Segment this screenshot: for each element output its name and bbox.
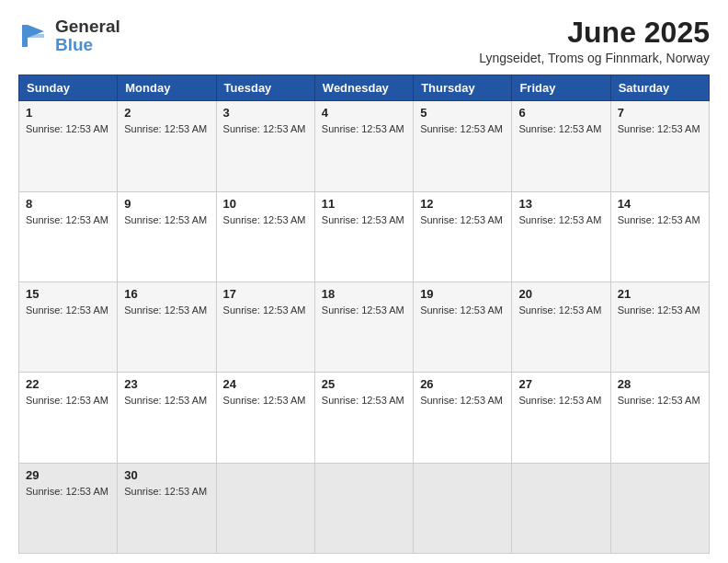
calendar-cell: 23Sunrise: 12:53 AM: [118, 373, 216, 463]
day-number: 19: [420, 287, 505, 301]
calendar-cell: [512, 463, 610, 553]
day-number: 2: [124, 106, 209, 120]
calendar-cell: 10Sunrise: 12:53 AM: [216, 191, 314, 282]
sunrise-time: Sunrise: 12:53 AM: [518, 123, 601, 134]
calendar-cell: 27Sunrise: 12:53 AM: [512, 373, 610, 463]
day-number: 15: [26, 287, 110, 301]
sunrise-time: Sunrise: 12:53 AM: [124, 214, 207, 225]
calendar-cell: 25Sunrise: 12:53 AM: [314, 373, 413, 463]
day-number: 22: [26, 377, 110, 391]
logo-line2: Blue: [55, 35, 120, 55]
calendar-header-row: Sunday Monday Tuesday Wednesday Thursday…: [19, 75, 710, 101]
calendar-cell: 16Sunrise: 12:53 AM: [118, 282, 216, 372]
sunrise-time: Sunrise: 12:53 AM: [420, 304, 503, 316]
title-block: June 2025 Lyngseidet, Troms og Finnmark,…: [479, 17, 710, 65]
sunrise-time: Sunrise: 12:53 AM: [518, 304, 601, 316]
day-number: 4: [322, 106, 406, 120]
sunrise-time: Sunrise: 12:53 AM: [26, 395, 108, 406]
day-number: 30: [124, 468, 209, 482]
location: Lyngseidet, Troms og Finnmark, Norway: [479, 51, 710, 65]
col-thursday: Thursday: [414, 75, 512, 101]
sunrise-time: Sunrise: 12:53 AM: [124, 395, 207, 406]
sunrise-time: Sunrise: 12:53 AM: [322, 123, 404, 134]
sunrise-time: Sunrise: 12:53 AM: [618, 214, 700, 225]
calendar-week-4: 22Sunrise: 12:53 AM23Sunrise: 12:53 AM24…: [19, 373, 710, 463]
sunrise-time: Sunrise: 12:53 AM: [124, 123, 207, 134]
calendar-cell: 21Sunrise: 12:53 AM: [610, 282, 709, 372]
sunrise-time: Sunrise: 12:53 AM: [124, 304, 207, 316]
calendar-cell: 9Sunrise: 12:53 AM: [118, 191, 216, 282]
sunrise-time: Sunrise: 12:53 AM: [420, 395, 503, 406]
day-number: 14: [618, 197, 702, 211]
day-number: 13: [518, 197, 603, 211]
sunrise-time: Sunrise: 12:53 AM: [618, 304, 700, 316]
day-number: 10: [223, 197, 308, 211]
day-number: 27: [518, 377, 603, 391]
svg-rect-0: [22, 25, 28, 47]
calendar-week-5: 29Sunrise: 12:53 AM30Sunrise: 12:53 AM: [19, 463, 710, 553]
day-number: 20: [518, 287, 603, 301]
day-number: 5: [420, 106, 505, 120]
calendar-cell: [610, 463, 709, 553]
col-saturday: Saturday: [610, 75, 709, 101]
calendar-cell: 19Sunrise: 12:53 AM: [414, 282, 512, 372]
calendar-cell: [414, 463, 512, 553]
calendar-cell: 17Sunrise: 12:53 AM: [216, 282, 314, 372]
calendar-cell: 13Sunrise: 12:53 AM: [512, 191, 610, 282]
day-number: 9: [124, 197, 209, 211]
calendar-cell: 11Sunrise: 12:53 AM: [314, 191, 413, 282]
header: General Blue June 2025 Lyngseidet, Troms…: [18, 17, 710, 65]
sunrise-time: Sunrise: 12:53 AM: [322, 214, 404, 225]
calendar-cell: 4Sunrise: 12:53 AM: [314, 101, 413, 191]
day-number: 8: [26, 197, 110, 211]
calendar-cell: 5Sunrise: 12:53 AM: [414, 101, 512, 191]
sunrise-time: Sunrise: 12:53 AM: [26, 304, 108, 316]
sunrise-time: Sunrise: 12:53 AM: [223, 214, 306, 225]
calendar-cell: 3Sunrise: 12:53 AM: [216, 101, 314, 191]
day-number: 28: [618, 377, 702, 391]
sunrise-time: Sunrise: 12:53 AM: [420, 123, 503, 134]
day-number: 3: [223, 106, 308, 120]
calendar-cell: 22Sunrise: 12:53 AM: [19, 373, 118, 463]
page: General Blue June 2025 Lyngseidet, Troms…: [0, 0, 728, 563]
svg-marker-2: [28, 34, 44, 38]
calendar-cell: [314, 463, 413, 553]
logo-icon: [18, 19, 51, 52]
calendar-cell: 20Sunrise: 12:53 AM: [512, 282, 610, 372]
day-number: 23: [124, 377, 209, 391]
sunrise-time: Sunrise: 12:53 AM: [322, 304, 404, 316]
day-number: 26: [420, 377, 505, 391]
sunrise-time: Sunrise: 12:53 AM: [518, 395, 601, 406]
sunrise-time: Sunrise: 12:53 AM: [420, 214, 503, 225]
day-number: 16: [124, 287, 209, 301]
sunrise-time: Sunrise: 12:53 AM: [223, 395, 306, 406]
calendar-week-2: 8Sunrise: 12:53 AM9Sunrise: 12:53 AM10Su…: [19, 191, 710, 282]
calendar-cell: 26Sunrise: 12:53 AM: [414, 373, 512, 463]
calendar-cell: 14Sunrise: 12:53 AM: [610, 191, 709, 282]
sunrise-time: Sunrise: 12:53 AM: [518, 214, 601, 225]
calendar-cell: 24Sunrise: 12:53 AM: [216, 373, 314, 463]
col-sunday: Sunday: [19, 75, 118, 101]
sunrise-time: Sunrise: 12:53 AM: [618, 123, 700, 134]
sunrise-time: Sunrise: 12:53 AM: [223, 304, 306, 316]
sunrise-time: Sunrise: 12:53 AM: [26, 123, 108, 134]
calendar-table: Sunday Monday Tuesday Wednesday Thursday…: [18, 75, 710, 554]
col-tuesday: Tuesday: [216, 75, 314, 101]
calendar-cell: 12Sunrise: 12:53 AM: [414, 191, 512, 282]
day-number: 17: [223, 287, 308, 301]
sunrise-time: Sunrise: 12:53 AM: [322, 395, 404, 406]
calendar-cell: 30Sunrise: 12:53 AM: [118, 463, 216, 553]
day-number: 24: [223, 377, 308, 391]
calendar-cell: 28Sunrise: 12:53 AM: [610, 373, 709, 463]
calendar-week-1: 1Sunrise: 12:53 AM2Sunrise: 12:53 AM3Sun…: [19, 101, 710, 191]
day-number: 6: [518, 106, 603, 120]
calendar-cell: 29Sunrise: 12:53 AM: [19, 463, 118, 553]
col-monday: Monday: [118, 75, 216, 101]
sunrise-time: Sunrise: 12:53 AM: [223, 123, 306, 134]
calendar-cell: 7Sunrise: 12:53 AM: [610, 101, 709, 191]
logo-general: General: [55, 17, 120, 36]
calendar-cell: [216, 463, 314, 553]
col-wednesday: Wednesday: [314, 75, 413, 101]
calendar-cell: 2Sunrise: 12:53 AM: [118, 101, 216, 191]
day-number: 7: [618, 106, 702, 120]
